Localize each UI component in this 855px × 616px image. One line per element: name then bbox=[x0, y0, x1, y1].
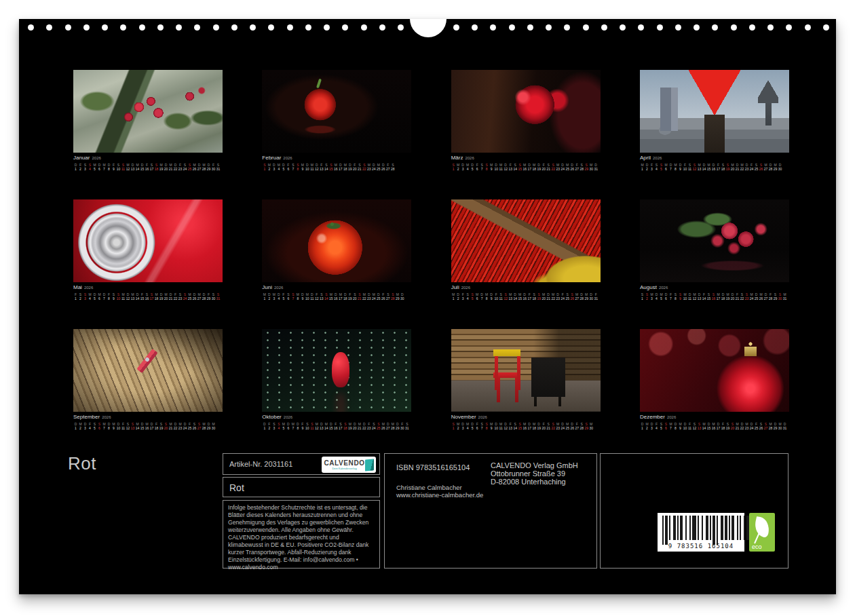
day-number: 14 bbox=[324, 167, 328, 171]
mini-calendar-strip: SMDMDFSSMDMDFSSMDMDFSSMDMDFSSM1234567891… bbox=[451, 422, 601, 430]
day-number: 30 bbox=[778, 296, 782, 301]
day-number: 9 bbox=[489, 426, 494, 430]
month-name: Oktober bbox=[262, 414, 281, 420]
day-number: 31 bbox=[404, 426, 409, 430]
day-number: 7 bbox=[290, 296, 295, 301]
day-number: 27 bbox=[385, 426, 390, 430]
day-number: 19 bbox=[347, 426, 352, 430]
binding-hole bbox=[83, 24, 90, 31]
day-numbers-row: 1234567891011121314151617181920212223242… bbox=[73, 426, 223, 430]
day-number: 14 bbox=[324, 426, 328, 430]
day-number: 10 bbox=[116, 426, 121, 430]
day-number: 2 bbox=[456, 296, 461, 301]
day-number: 13 bbox=[508, 167, 513, 171]
day-number: 21 bbox=[546, 296, 551, 301]
article-number: Artikel-Nr. 2031161 bbox=[229, 460, 292, 468]
day-number: 16 bbox=[333, 167, 338, 171]
day-number: 29 bbox=[395, 296, 400, 301]
day-number: 2 bbox=[456, 426, 461, 430]
day-number: 19 bbox=[537, 296, 542, 301]
day-number: 2 bbox=[456, 167, 461, 171]
month-name: April bbox=[640, 155, 651, 161]
day-number: 18 bbox=[343, 167, 347, 171]
publisher-line: CALVENDO Verlag GmbH bbox=[491, 461, 578, 469]
day-number: 22 bbox=[740, 296, 744, 301]
binding-hole bbox=[638, 24, 644, 31]
author-name: Christiane Calmbacher bbox=[396, 484, 483, 491]
day-number: 4 bbox=[466, 296, 470, 301]
day-number: 17 bbox=[338, 167, 343, 171]
day-number: 24 bbox=[560, 167, 565, 171]
day-number: 21 bbox=[546, 167, 551, 171]
day-number: 14 bbox=[324, 296, 328, 301]
day-number: 16 bbox=[145, 167, 149, 171]
day-number: 23 bbox=[366, 296, 371, 301]
day-number: 5 bbox=[470, 296, 475, 301]
day-number: 26 bbox=[381, 296, 385, 301]
day-number: 6 bbox=[286, 426, 290, 430]
day-number: 4 bbox=[654, 296, 659, 301]
publisher-address: CALVENDO Verlag GmbH Ottobrunner Straße … bbox=[491, 461, 578, 486]
hanger-notch bbox=[410, 19, 446, 37]
day-number: 3 bbox=[649, 167, 654, 171]
binding-hole bbox=[546, 24, 552, 31]
day-number: 14 bbox=[702, 296, 706, 301]
day-number: 23 bbox=[178, 167, 183, 171]
day-number: 5 bbox=[470, 167, 475, 171]
day-number: 21 bbox=[357, 296, 362, 301]
day-number: 5 bbox=[281, 426, 286, 430]
day-number: 3 bbox=[271, 426, 276, 430]
day-number: 8 bbox=[673, 296, 678, 301]
day-number: 28 bbox=[390, 426, 395, 430]
day-number: 22 bbox=[551, 167, 556, 171]
day-number: 12 bbox=[504, 167, 508, 171]
day-number: 23 bbox=[178, 426, 183, 430]
day-number: 16 bbox=[522, 167, 527, 171]
mini-calendar-strip: MDMDFSSMDMDFSSMDMDFSSMDMDFSSMD1234567891… bbox=[262, 292, 411, 301]
day-number: 9 bbox=[489, 296, 494, 301]
day-number: 22 bbox=[740, 167, 744, 171]
month-year: 2026 bbox=[667, 415, 676, 419]
day-number: 19 bbox=[159, 296, 164, 301]
day-number: 17 bbox=[716, 167, 721, 171]
binding-hole bbox=[398, 24, 404, 31]
day-number: 24 bbox=[371, 296, 376, 301]
month-photo-red-tomato-on-dark-background bbox=[262, 199, 411, 282]
month-photo-red-chili-peppers-market-pile bbox=[451, 199, 601, 282]
day-number: 3 bbox=[649, 426, 654, 430]
mini-calendar-strip: SMDMDFSSMDMDFSSMDMDFSSMDMDFS123456789101… bbox=[262, 163, 411, 171]
binding-hole bbox=[620, 24, 626, 31]
day-number: 10 bbox=[305, 167, 309, 171]
day-number: 19 bbox=[725, 296, 730, 301]
month-year: 2026 bbox=[461, 286, 470, 290]
day-number: 7 bbox=[290, 167, 295, 171]
day-number: 18 bbox=[721, 296, 725, 301]
month-cell-mai: Mai2026FSSMDMDFSSMDMDFSSMDMDFSSMDMDFSS12… bbox=[73, 199, 223, 301]
day-number: 15 bbox=[518, 426, 522, 430]
binding-hole bbox=[694, 24, 700, 31]
month-photo-duesseldorf-skyline-with-red-sculpture bbox=[640, 70, 789, 153]
month-cell-märz: März2026SMDMDFSSMDMDFSSMDMDFSSMDMDFSSMD1… bbox=[451, 70, 601, 171]
month-label: Mai2026 bbox=[73, 284, 223, 291]
day-number: 2 bbox=[645, 296, 649, 301]
day-number: 28 bbox=[580, 167, 584, 171]
month-cell-september: September2026DMDFSSMDMDFSSMDMDFSSMDMDFSS… bbox=[73, 329, 223, 430]
day-numbers-row: 1234567891011121314151617181920212223242… bbox=[73, 296, 223, 301]
day-number: 4 bbox=[466, 167, 470, 171]
day-number: 19 bbox=[347, 167, 352, 171]
mini-calendar-strip: DMDFSSMDMDFSSMDMDFSSMDMDFSSMDMD123456789… bbox=[640, 422, 789, 430]
day-number: 12 bbox=[692, 167, 697, 171]
day-number: 2 bbox=[78, 426, 83, 430]
day-number: 15 bbox=[518, 296, 522, 301]
mini-calendar-strip: DFSSMDMDFSSMDMDFSSMDMDFSSMDMDFS123456789… bbox=[262, 422, 411, 430]
month-year: 2026 bbox=[84, 286, 93, 290]
day-number: 29 bbox=[206, 167, 211, 171]
day-number: 24 bbox=[749, 167, 754, 171]
binding-hole bbox=[342, 24, 348, 31]
day-number: 4 bbox=[466, 426, 470, 430]
day-number: 19 bbox=[537, 426, 542, 430]
binding-hole bbox=[28, 24, 34, 31]
day-number: 9 bbox=[111, 426, 116, 430]
binding-hole bbox=[583, 24, 589, 31]
day-number: 15 bbox=[328, 167, 333, 171]
